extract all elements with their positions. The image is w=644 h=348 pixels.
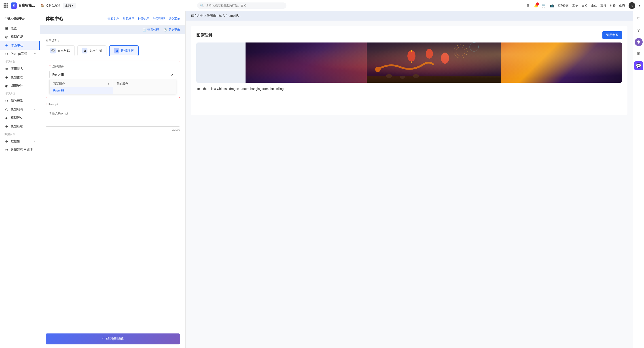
home-link[interactable]: 🏠 控制台总览 <box>41 4 60 8</box>
my-service-label: 我的服务 <box>116 82 128 86</box>
enterprise-link[interactable]: 企业 <box>591 4 597 8</box>
sidebar-item-data-insight[interactable]: ⊜ 数据洞察与处理 <box>0 146 40 154</box>
view-code-action[interactable]: 📄 查看代码 <box>142 28 159 32</box>
sidebar-item-model-compress[interactable]: ⊛ 模型压缩 <box>0 122 40 130</box>
support-link[interactable]: 支持 <box>600 4 606 8</box>
my-service-header: 我的服务 <box>113 80 176 87</box>
gem-icon[interactable] <box>634 38 643 46</box>
user-dropdown-icon[interactable]: ▾ <box>639 4 640 8</box>
sidebar-item-model-plaza[interactable]: ◎ 模型广场 <box>0 33 40 41</box>
text-dialog-btn[interactable]: 💬 文本对话 <box>46 46 75 56</box>
apps-icon[interactable]: ⊞ <box>526 3 530 8</box>
sidebar-item-dataset[interactable]: ⊝ 数据集 ▾ <box>0 137 40 146</box>
fuyu-8b-option[interactable]: Fuyu-8B <box>50 87 113 94</box>
sidebar-item-model-infer[interactable]: ⊗ 模型推理 <box>0 73 40 82</box>
grid-icon-sidebar[interactable]: ⊞ <box>634 50 643 58</box>
home-label: 控制台总览 <box>46 4 60 8</box>
panel-header: 体验中心 查看文档 常见问题 计费说明 计费管理 提交工单 <box>40 11 185 26</box>
search-bar[interactable]: 🔍 <box>197 2 286 9</box>
dataset-arrow-icon: ▾ <box>34 140 36 143</box>
screen-icon[interactable]: 📺 <box>550 3 554 8</box>
finance-link[interactable]: 财务 <box>610 4 616 8</box>
model-tuning-section-title: 模型调优 <box>0 90 40 96</box>
ticket-link[interactable]: 工单 <box>572 4 578 8</box>
text-image-btn[interactable]: 🖼 文本生图 <box>77 46 106 56</box>
generate-button[interactable]: 生成图像理解 <box>46 334 180 344</box>
sidebar-item-label: 数据集 <box>11 139 20 143</box>
header-links: 查看文档 常见问题 计费说明 计费管理 提交工单 <box>108 17 180 21</box>
sidebar-item-app-access[interactable]: ⊕ 应用接入 <box>0 65 40 73</box>
cart-icon[interactable]: 🛒 <box>542 3 546 8</box>
model-compress-icon: ⊛ <box>4 124 8 128</box>
sidebar-item-my-model[interactable]: ⊙ 我的模型 <box>0 96 40 105</box>
sidebar-item-overview[interactable]: ⊞ 概览 <box>0 24 40 33</box>
sidebar-item-label: 应用接入 <box>11 67 23 71</box>
image-understand-btn[interactable]: 🖼 图像理解 <box>109 46 139 56</box>
svg-point-9 <box>375 67 380 72</box>
notification-icon[interactable]: 🔔 · <box>534 3 538 8</box>
help-icon[interactable]: ? <box>634 26 643 34</box>
service-dropdown: 预置服务 › Fuyu-8B 我的服务 <box>50 79 176 94</box>
result-card-header: 图像理解 引用参数 <box>196 31 622 39</box>
right-panel-hint-bar: 请在左侧上传图像并输入Prompt吧～ <box>186 11 633 20</box>
svg-rect-10 <box>367 76 501 83</box>
nav-left: 云 百度智能云 🏠 控制台总览 全局 ▾ <box>4 2 76 9</box>
prompt-label: * Prompt： <box>46 102 180 106</box>
view-docs-link[interactable]: 查看文档 <box>108 17 119 21</box>
sidebar-item-call-stats[interactable]: ◉ 调用统计 <box>0 82 40 90</box>
notification-badge: · <box>536 2 539 6</box>
ecology-link[interactable]: 生态 <box>619 4 625 8</box>
text-dialog-label: 文本对话 <box>58 49 70 53</box>
svg-point-2 <box>456 47 465 56</box>
billing-desc-link[interactable]: 计费说明 <box>138 17 150 21</box>
grid-menu-icon[interactable] <box>4 3 8 8</box>
logo-text: 百度智能云 <box>18 3 35 8</box>
home-icon: 🏠 <box>41 4 44 7</box>
model-tune-arrow-icon: ▾ <box>34 108 36 111</box>
model-type-label: 模型类型： <box>46 39 180 43</box>
sidebar: 千帆大模型平台 ⊞ 概览 ◎ 模型广场 ◈ 体验中心 ⊙ Prompt工程 ▾ … <box>0 11 40 348</box>
cite-params-button[interactable]: 引用参数 <box>602 31 622 39</box>
prompt-section: * Prompt： 0/1000 <box>46 102 180 131</box>
prompt-input[interactable] <box>46 109 180 126</box>
left-panel: 体验中心 查看文档 常见问题 计费说明 计费管理 提交工单 📄 查看代码 🕐 历… <box>40 11 186 348</box>
billing-mgmt-link[interactable]: 计费管理 <box>153 17 165 21</box>
logo-icon: 云 <box>11 2 17 9</box>
experience-icon: ◈ <box>4 44 8 48</box>
faq-link[interactable]: 常见问题 <box>123 17 134 21</box>
sidebar-item-prompt[interactable]: ⊙ Prompt工程 ▾ <box>0 50 40 58</box>
nav-right: ⊞ 🔔 · 🛒 📺 ICP备案 工单 文档 企业 支持 财务 生态 Ie ▾ <box>526 2 640 9</box>
docs-link[interactable]: 文档 <box>582 4 588 8</box>
result-image <box>246 42 622 83</box>
select-chevron-up-icon: ∧ <box>171 73 173 76</box>
sidebar-platform-title: 千帆大模型平台 <box>0 15 40 24</box>
panel-footer: 生成图像理解 <box>40 330 185 348</box>
model-tune-icon: ◎ <box>4 107 8 112</box>
favorite-icon[interactable]: ♡ <box>634 15 643 23</box>
history-label: 历史记录 <box>168 28 180 32</box>
sidebar-item-label: Prompt工程 <box>11 52 27 56</box>
service-select-box[interactable]: Fuyu-8B ∧ <box>50 71 176 78</box>
icp-link[interactable]: ICP备案 <box>558 4 569 8</box>
text-dialog-icon: 💬 <box>50 48 56 54</box>
model-service-section-title: 模型服务 <box>0 58 40 65</box>
sidebar-item-model-eval[interactable]: ◈ 模型评估 <box>0 114 40 122</box>
global-selector[interactable]: 全局 ▾ <box>63 3 76 8</box>
submit-ticket-link[interactable]: 提交工单 <box>168 17 180 21</box>
model-type-row: 💬 文本对话 🖼 文本生图 🖼 图像理解 <box>46 46 180 56</box>
svg-point-11 <box>386 74 392 78</box>
sidebar-item-experience[interactable]: ◈ 体验中心 <box>0 41 40 50</box>
sidebar-item-model-tune[interactable]: ◎ 模型精调 ▾ <box>0 105 40 114</box>
service-section: * 选择服务： Fuyu-8B ∧ 预置服务 › <box>46 60 180 98</box>
search-input[interactable] <box>206 4 283 7</box>
sidebar-item-label: 模型精调 <box>11 107 23 112</box>
sidebar-item-label: 调用统计 <box>11 84 23 88</box>
user-avatar[interactable]: Ie <box>628 2 635 9</box>
sidebar-item-label: 模型推理 <box>11 75 23 80</box>
history-action[interactable]: 🕐 历史记录 <box>164 28 180 32</box>
chat-icon[interactable]: 💬 <box>634 61 643 70</box>
search-icon: 🔍 <box>200 4 204 8</box>
sidebar-item-label: 我的模型 <box>11 99 23 103</box>
text-image-icon: 🖼 <box>82 48 88 54</box>
main-layout: 千帆大模型平台 ⊞ 概览 ◎ 模型广场 ◈ 体验中心 ⊙ Prompt工程 ▾ … <box>0 11 644 348</box>
